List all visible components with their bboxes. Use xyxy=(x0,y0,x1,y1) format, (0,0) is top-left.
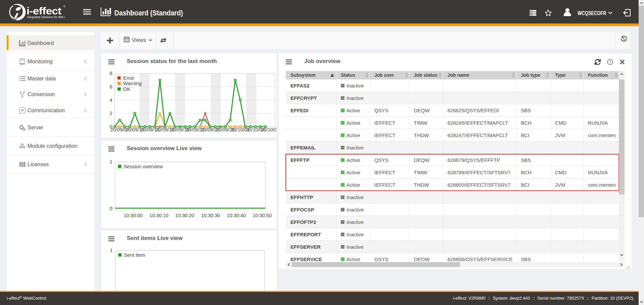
svg-text:10:30:30: 10:30:30 xyxy=(201,213,220,218)
svg-text:10:30:40: 10:30:40 xyxy=(227,213,246,218)
svg-text:10:30:00: 10:30:00 xyxy=(124,213,143,218)
svg-text:8: 8 xyxy=(110,70,112,76)
svg-text:1: 1 xyxy=(110,159,112,165)
svg-text:Warning: Warning xyxy=(123,80,142,86)
svg-text:20/10/07: 20/10/07 xyxy=(261,127,276,132)
svg-text:Error: Error xyxy=(123,75,134,81)
svg-text:®: ® xyxy=(63,5,65,8)
svg-text:1: 1 xyxy=(110,247,113,253)
svg-text:10:30:50: 10:30:50 xyxy=(253,213,271,218)
svg-text:10:30:10: 10:30:10 xyxy=(150,213,168,218)
svg-text:4: 4 xyxy=(110,97,112,103)
svg-text:Sent item: Sent item xyxy=(124,252,145,258)
svg-text:0: 0 xyxy=(110,205,112,211)
svg-text:integrated solutions for IBM i: integrated solutions for IBM i xyxy=(27,16,65,19)
svg-text:2: 2 xyxy=(110,110,112,116)
svg-text:6: 6 xyxy=(110,84,112,89)
svg-text:i-effect: i-effect xyxy=(26,6,61,17)
svg-text:Session overview: Session overview xyxy=(124,164,163,169)
svg-text:10:30:20: 10:30:20 xyxy=(175,213,194,218)
svg-text:OK: OK xyxy=(123,86,130,92)
